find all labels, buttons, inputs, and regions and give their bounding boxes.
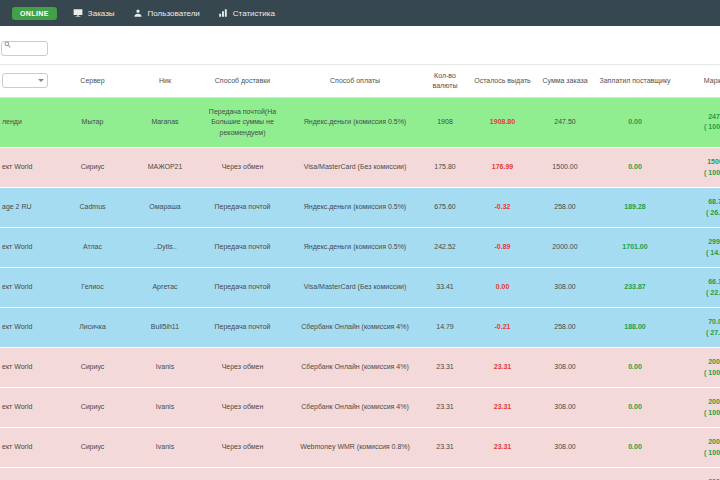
cell-server: Альтаир [50, 468, 135, 480]
cell-remaining: -0.32 [470, 188, 535, 228]
cell-remaining: 176.99 [470, 148, 535, 188]
table-row[interactable]: ект WorldСириусIvanisЧерез обменСбербанк… [0, 388, 720, 428]
menu-item-заказы[interactable]: Заказы [73, 8, 115, 18]
cell-quantity: 23.31 [420, 468, 470, 480]
cell-server: Сириус [50, 388, 135, 428]
cell-game: ект World [0, 228, 50, 268]
cell-remaining: 23.31 [470, 348, 535, 388]
menu-item-статистика[interactable]: Статистика [218, 8, 275, 18]
cell-margin: 66.1( 22.0 [675, 268, 720, 308]
cell-margin: 200.( 100.0 [675, 468, 720, 480]
cell-game: ект World [0, 468, 50, 480]
cell-order_sum: 2000.00 [535, 228, 595, 268]
game-filter-header [0, 65, 50, 98]
cell-nick: Ivanis [135, 468, 195, 480]
table-row[interactable]: ект WorldГелиосАргетасПередача почтойVis… [0, 268, 720, 308]
table-row[interactable]: лендиМытарMaranasПередача почтой(На Боль… [0, 97, 720, 148]
cell-margin: 200.( 100.0 [675, 388, 720, 428]
users-icon [133, 8, 143, 18]
cell-remaining: 0.00 [470, 268, 535, 308]
cell-paid: 0.00 [595, 148, 675, 188]
game-filter [2, 73, 48, 88]
column-header: Сервер [50, 65, 135, 98]
monitor-icon [73, 8, 83, 18]
cell-payment: Visa/MasterCard (Без комиссии) [290, 268, 420, 308]
cell-payment: Яндекс.деньги (комиссия 0.5%) [290, 97, 420, 148]
cell-game: ект World [0, 148, 50, 188]
cell-nick: Maranas [135, 97, 195, 148]
cell-paid: 189.28 [595, 188, 675, 228]
cell-margin: 1500( 100.0 [675, 148, 720, 188]
column-header: Кол-во валюты [420, 65, 470, 98]
column-header: Осталось выдать [470, 65, 535, 98]
cell-payment: Яндекс.деньги (комиссия 0.5%) [290, 188, 420, 228]
table-row[interactable]: ект WorldСириусМАЖОР21Через обменVisa/Ma… [0, 148, 720, 188]
cell-order_sum: 308.00 [535, 428, 595, 468]
cell-game: ект World [0, 428, 50, 468]
cell-nick: Bull5ih11 [135, 308, 195, 348]
cell-paid: 0.00 [595, 428, 675, 468]
cell-server: Сириус [50, 428, 135, 468]
menu-item-label: Заказы [88, 9, 115, 18]
cell-remaining: 23.31 [470, 388, 535, 428]
cell-nick: Омараша [135, 188, 195, 228]
cell-nick: Ivanis [135, 428, 195, 468]
cell-server: Cadmus [50, 188, 135, 228]
orders-tbody: лендиМытарMaranasПередача почтой(На Боль… [0, 97, 720, 480]
game-filter-select[interactable] [2, 73, 48, 88]
cell-payment: Сбербанк Онлайн (комиссия 4%) [290, 348, 420, 388]
cell-quantity: 23.31 [420, 388, 470, 428]
cell-order_sum: 308.00 [535, 388, 595, 428]
table-row[interactable]: age 2 RUCadmusОмарашаПередача почтойЯнде… [0, 188, 720, 228]
cell-remaining: -0.89 [470, 228, 535, 268]
cell-payment: Сбербанк Онлайн (комиссия 4%) [290, 308, 420, 348]
cell-delivery: Передача почтой [195, 188, 290, 228]
cell-server: Лисичка [50, 308, 135, 348]
cell-nick: МАЖОР21 [135, 148, 195, 188]
cell-quantity: 242.52 [420, 228, 470, 268]
search-box [1, 37, 48, 56]
main-menu: ЗаказыПользователиСтатистика [73, 8, 293, 18]
cell-remaining: 23.31 [470, 428, 535, 468]
cell-remaining: 23.31 [470, 468, 535, 480]
cell-game: ленди [0, 97, 50, 148]
cell-quantity: 23.31 [420, 348, 470, 388]
cell-remaining: -0.21 [470, 308, 535, 348]
cell-delivery: Через обмен [195, 348, 290, 388]
cell-margin: 200.( 100.0 [675, 348, 720, 388]
table-row[interactable]: ект WorldЛисичкаBull5ih11Передача почтой… [0, 308, 720, 348]
cell-quantity: 14.79 [420, 308, 470, 348]
cell-quantity: 33.41 [420, 268, 470, 308]
cell-nick: Ivanis [135, 348, 195, 388]
table-row[interactable]: ект WorldАльтаирIvanisЧерез обменWebmone… [0, 468, 720, 480]
cell-paid: 0.00 [595, 97, 675, 148]
menu-item-пользователи[interactable]: Пользователи [133, 8, 200, 18]
cell-delivery: Передача почтой [195, 228, 290, 268]
cell-server: Сириус [50, 148, 135, 188]
cell-game: ект World [0, 308, 50, 348]
column-header: Заплатил поставщику [595, 65, 675, 98]
cell-delivery: Через обмен [195, 148, 290, 188]
table-row[interactable]: ект WorldСириусIvanisЧерез обменСбербанк… [0, 348, 720, 388]
menu-item-label: Пользователи [148, 9, 200, 18]
orders-page: ONLINE ЗаказыПользователиСтатистика [0, 0, 720, 480]
cell-paid: 0.00 [595, 348, 675, 388]
cell-margin: 299.( 14.9 [675, 228, 720, 268]
orders-table: СерверНикСпособ доставкиСпособ оплатыКол… [0, 64, 720, 480]
cell-server: Гелиос [50, 268, 135, 308]
cell-nick: Ivanis [135, 388, 195, 428]
table-header-row: СерверНикСпособ доставкиСпособ оплатыКол… [0, 65, 720, 98]
cell-order_sum: 258.00 [535, 308, 595, 348]
table-row[interactable]: ект WorldАтлас..Dytis..Передача почтойЯн… [0, 228, 720, 268]
cell-order_sum: 308.00 [535, 468, 595, 480]
cell-payment: Visa/MasterCard (Без комиссии) [290, 148, 420, 188]
cell-game: ект World [0, 268, 50, 308]
cell-quantity: 1908 [420, 97, 470, 148]
cell-payment: Webmoney WMR (комиссия 0.8%) [290, 428, 420, 468]
cell-paid: 233.87 [595, 268, 675, 308]
table-row[interactable]: ект WorldСириусIvanisЧерез обменWebmoney… [0, 428, 720, 468]
cell-delivery: Через обмен [195, 428, 290, 468]
cell-server: Сириус [50, 348, 135, 388]
cell-game: ект World [0, 388, 50, 428]
search-icon [4, 41, 11, 48]
